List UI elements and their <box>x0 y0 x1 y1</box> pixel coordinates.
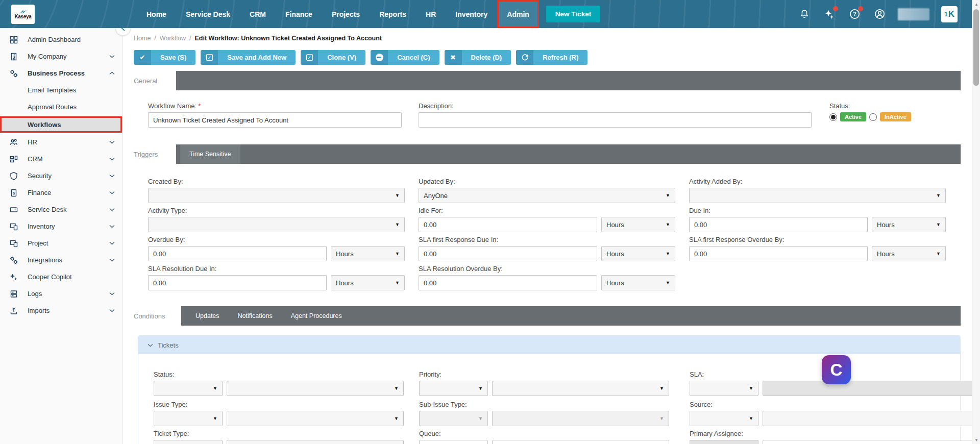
nav-item-admin[interactable]: Admin <box>497 0 539 28</box>
sla-resolution-overdue-by-input[interactable] <box>419 275 597 290</box>
page-scrollbar[interactable]: ▲ ▼ <box>972 0 980 444</box>
status-value-select[interactable]: ▼ <box>227 381 404 396</box>
queue-operator-select[interactable]: IN▼ <box>419 440 488 444</box>
save-button[interactable]: ✔ Save (S) <box>134 50 195 65</box>
activity-added-by-select[interactable]: ▼ <box>689 188 946 203</box>
sidebar-item-approval-routes[interactable]: Approval Routes <box>0 100 122 114</box>
sla-operator-select[interactable]: ▼ <box>690 381 758 396</box>
nav-item-projects[interactable]: Projects <box>322 0 370 28</box>
sidebar-item-integrations[interactable]: Integrations <box>0 253 122 267</box>
refresh-button[interactable]: Refresh (R) <box>516 50 587 65</box>
help-icon[interactable]: ? <box>848 8 861 21</box>
nav-item-crm[interactable]: CRM <box>240 0 276 28</box>
breadcrumb-home[interactable]: Home <box>134 35 151 42</box>
save-and-add-new-button[interactable]: ✓ Save and Add New <box>201 50 296 65</box>
chevron-down-icon: ▼ <box>395 251 400 256</box>
status-active-radio[interactable] <box>829 113 837 121</box>
sidebar-item-email-templates[interactable]: Email Templates <box>0 83 122 97</box>
ticket-type-value-select[interactable]: ▼ <box>227 440 404 444</box>
sla-first-response-due-in-unit-select[interactable]: Hours▼ <box>601 246 675 261</box>
sidebar-item-logs[interactable]: Logs <box>0 286 122 301</box>
refresh-icon <box>516 50 533 65</box>
sidebar-item-imports[interactable]: Imports <box>0 303 122 318</box>
sidebar-item-my-company[interactable]: My Company <box>0 49 122 64</box>
sidebar-item-hr[interactable]: HR <box>0 135 122 150</box>
chevron-down-icon: ▼ <box>478 416 483 421</box>
sidebar-item-project[interactable]: Project <box>0 236 122 251</box>
workflow-name-input[interactable] <box>148 112 402 128</box>
main-content: Home / Workflow / Edit Workflow: Unknown… <box>122 28 972 444</box>
due-in-input[interactable] <box>689 217 868 232</box>
sla-resolution-due-in-input[interactable] <box>148 275 327 290</box>
sla-first-response-overdue-by-unit-select[interactable]: Hours▼ <box>872 246 946 261</box>
notifications-bell-icon[interactable] <box>798 8 811 21</box>
sub-issue-type-value-select: ▼ <box>492 411 669 426</box>
overdue-by-unit-select[interactable]: Hours▼ <box>331 246 405 261</box>
overdue-by-input[interactable] <box>148 246 327 261</box>
ticket-type-operator-select[interactable]: ▼ <box>154 440 223 444</box>
activity-type-field: Activity Type: ▼ <box>148 207 405 232</box>
scroll-down-arrow[interactable]: ▼ <box>972 436 980 444</box>
description-field: Description: <box>419 102 812 128</box>
nav-item-service-desk[interactable]: Service Desk <box>176 0 240 28</box>
idle-for-unit-select[interactable]: Hours▼ <box>601 217 675 232</box>
sidebar-item-service-desk[interactable]: Service Desk <box>0 202 122 217</box>
nav-item-finance[interactable]: Finance <box>276 0 322 28</box>
sidebar-item-security[interactable]: Security <box>0 168 122 183</box>
sla-resolution-due-in-unit-select[interactable]: Hours▼ <box>331 275 405 290</box>
nav-item-hr[interactable]: HR <box>416 0 446 28</box>
source-value-select[interactable]: ▼ <box>763 411 972 426</box>
tab-updates[interactable]: Updates <box>186 306 229 326</box>
issue-type-value-select[interactable]: ▼ <box>227 411 404 426</box>
sla-resolution-overdue-by-unit-select[interactable]: Hours▼ <box>601 275 675 290</box>
tickets-panel-header[interactable]: Tickets <box>138 336 960 354</box>
sidebar-item-business-process[interactable]: Business Process <box>0 66 122 81</box>
cancel-button[interactable]: Cancel (C) <box>371 50 439 65</box>
issue-type-operator-select[interactable]: ▼ <box>154 411 223 426</box>
sidebar-item-cooper-copilot[interactable]: Cooper Copilot <box>0 269 122 284</box>
description-input[interactable] <box>419 112 812 128</box>
user-profile-icon[interactable] <box>873 8 886 21</box>
cooper-ai-sparkle-icon[interactable] <box>823 8 836 21</box>
sla-first-response-due-in-input[interactable] <box>419 246 597 261</box>
kaseya-logo[interactable]: Kaseya <box>11 5 35 24</box>
sidebar-item-crm[interactable]: CRM <box>0 152 122 166</box>
new-ticket-button[interactable]: New Ticket <box>546 6 600 22</box>
delete-button[interactable]: ✖ Delete (D) <box>445 50 511 65</box>
primary-assignee-value-select[interactable]: ▼ <box>763 440 972 444</box>
queue-value-select[interactable]: Unknown Ticket▼ <box>492 440 669 444</box>
sidebar-item-workflows[interactable]: Workflows <box>0 116 122 133</box>
scroll-up-arrow[interactable]: ▲ <box>972 0 980 8</box>
priority-operator-select[interactable]: ▼ <box>419 381 488 396</box>
status-inactive-radio[interactable] <box>869 113 877 121</box>
scrollbar-thumb[interactable] <box>973 9 979 86</box>
sla-first-response-due-in-field: SLA first Response Due In: Hours▼ <box>419 236 675 261</box>
updated-by-select[interactable]: AnyOne▼ <box>419 188 675 203</box>
chevron-down-icon <box>109 157 115 161</box>
sla-first-response-overdue-by-input[interactable] <box>689 246 868 261</box>
chevron-down-icon <box>109 309 115 312</box>
nav-item-home[interactable]: Home <box>137 0 176 28</box>
priority-value-select[interactable]: ▼ <box>492 381 669 396</box>
status-operator-select[interactable]: ▼ <box>154 381 223 396</box>
due-in-unit-select[interactable]: Hours▼ <box>872 217 946 232</box>
tab-notifications[interactable]: Notifications <box>229 306 282 326</box>
breadcrumb-workflow[interactable]: Workflow <box>160 35 186 42</box>
kaseya-k-badge[interactable]: 1K <box>941 6 958 22</box>
nav-item-reports[interactable]: Reports <box>370 0 416 28</box>
created-by-select[interactable]: ▼ <box>148 188 405 203</box>
nav-item-inventory[interactable]: Inventory <box>446 0 497 28</box>
source-operator-select[interactable]: ▼ <box>690 411 758 426</box>
tab-agent-procedures[interactable]: Agent Procedures <box>282 306 351 326</box>
x-icon: ✖ <box>445 50 462 65</box>
sidebar-item-inventory[interactable]: Inventory <box>0 219 122 234</box>
tab-time-sensitive[interactable]: Time Sensitive <box>180 144 240 164</box>
sidebar-item-admin-dashboard[interactable]: Admin Dashboard <box>0 32 122 47</box>
sidebar-item-finance[interactable]: $ Finance <box>0 185 122 200</box>
main-menu: Home Service Desk CRM Finance Projects R… <box>137 0 600 28</box>
activity-type-select[interactable]: ▼ <box>148 217 405 232</box>
idle-for-input[interactable] <box>419 217 597 232</box>
cond-primary-assignee-field: Primary Assignee: ▼ ▼ <box>690 430 972 444</box>
clone-button[interactable]: ✓ Clone (V) <box>301 50 365 65</box>
cooper-copilot-fab-button[interactable]: C <box>822 355 851 384</box>
